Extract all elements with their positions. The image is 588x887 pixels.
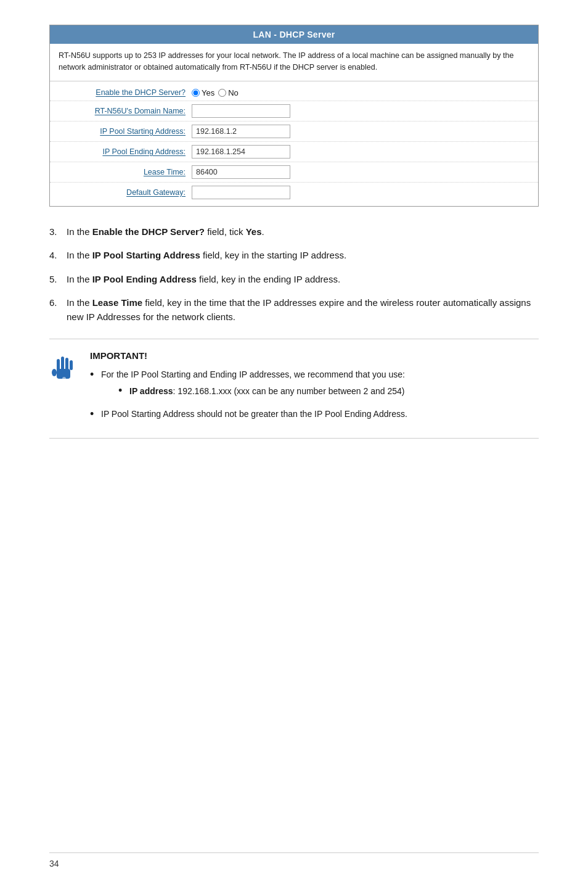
dhcp-value-ip-end bbox=[192, 145, 532, 159]
dhcp-value-domain bbox=[192, 104, 532, 118]
svg-rect-4 bbox=[70, 360, 73, 370]
svg-point-6 bbox=[62, 377, 66, 381]
radio-yes-text: Yes bbox=[202, 88, 214, 97]
radio-yes-label[interactable]: Yes bbox=[192, 88, 214, 97]
page-number: 34 bbox=[49, 859, 59, 868]
step-5-bold: IP Pool Ending Address bbox=[92, 274, 197, 284]
ip-pool-end-input[interactable] bbox=[192, 145, 290, 159]
dhcp-label-gateway: Default Gateway: bbox=[50, 188, 192, 197]
dhcp-row-ip-end: IP Pool Ending Address: bbox=[50, 142, 538, 162]
step-3-text: In the Enable the DHCP Server? field, ti… bbox=[67, 225, 539, 239]
dhcp-value-gateway bbox=[192, 186, 532, 199]
step-3-bold: Enable the DHCP Server? bbox=[92, 226, 205, 237]
svg-rect-3 bbox=[65, 358, 68, 370]
dhcp-value-enable: Yes No bbox=[192, 88, 532, 97]
radio-no-label[interactable]: No bbox=[218, 88, 239, 97]
dhcp-label-ip-start: IP Pool Starting Address: bbox=[50, 127, 192, 136]
step-4-number: 4. bbox=[49, 249, 67, 263]
sub-bullet-dot-1: • bbox=[118, 385, 129, 396]
sub-bullet-1: • IP address: 192.168.1.xxx (xxx can be … bbox=[118, 385, 405, 398]
dhcp-value-ip-start bbox=[192, 125, 532, 138]
step-5-number: 5. bbox=[49, 273, 67, 287]
dhcp-panel-header: LAN - DHCP Server bbox=[50, 25, 538, 44]
dhcp-value-lease bbox=[192, 165, 532, 179]
svg-rect-1 bbox=[57, 359, 60, 371]
bullet-1-text: For the IP Pool Starting and Ending IP a… bbox=[101, 368, 405, 402]
important-section: IMPORTANT! • For the IP Pool Starting an… bbox=[49, 339, 539, 439]
step-3: 3. In the Enable the DHCP Server? field,… bbox=[49, 225, 539, 239]
dhcp-form: Enable the DHCP Server? Yes No RT-N56U's… bbox=[50, 81, 538, 206]
step-6-bold: Lease Time bbox=[92, 297, 142, 308]
domain-name-input[interactable] bbox=[192, 104, 290, 118]
hand-icon bbox=[49, 352, 79, 384]
svg-rect-2 bbox=[61, 357, 64, 370]
step-3-number: 3. bbox=[49, 225, 67, 239]
steps-list: 3. In the Enable the DHCP Server? field,… bbox=[49, 225, 539, 324]
step-4-bold: IP Pool Starting Address bbox=[92, 250, 200, 260]
step-4: 4. In the IP Pool Starting Address field… bbox=[49, 249, 539, 263]
step-3-bold2: Yes bbox=[246, 226, 262, 237]
step-5: 5. In the IP Pool Ending Address field, … bbox=[49, 273, 539, 287]
step-6-text: In the Lease Time field, key in the time… bbox=[67, 296, 539, 324]
radio-yes[interactable] bbox=[192, 89, 200, 97]
important-bullets-list: • For the IP Pool Starting and Ending IP… bbox=[90, 368, 539, 421]
dhcp-server-panel: LAN - DHCP Server RT-N56U supports up to… bbox=[49, 25, 539, 207]
dhcp-label-ip-end: IP Pool Ending Address: bbox=[50, 147, 192, 156]
step-4-text: In the IP Pool Starting Address field, k… bbox=[67, 249, 539, 263]
dhcp-row-ip-start: IP Pool Starting Address: bbox=[50, 122, 538, 142]
dhcp-label-domain: RT-N56U's Domain Name: bbox=[50, 107, 192, 115]
important-bullet-2: • IP Pool Starting Address should not be… bbox=[90, 408, 539, 421]
bullet-dot-2: • bbox=[90, 408, 101, 419]
dhcp-description: RT-N56U supports up to 253 IP addresses … bbox=[50, 44, 538, 81]
sub-bullet-1-text: IP address: 192.168.1.xxx (xxx can be an… bbox=[129, 385, 404, 398]
dhcp-label-enable: Enable the DHCP Server? bbox=[50, 88, 192, 97]
bottom-divider bbox=[49, 852, 539, 853]
dhcp-label-lease: Lease Time: bbox=[50, 168, 192, 176]
dhcp-row-enable: Enable the DHCP Server? Yes No bbox=[50, 85, 538, 101]
dhcp-row-domain: RT-N56U's Domain Name: bbox=[50, 101, 538, 122]
bullet-dot-1: • bbox=[90, 369, 101, 380]
svg-point-5 bbox=[52, 369, 57, 376]
important-title: IMPORTANT! bbox=[90, 350, 539, 361]
bullet-2-text: IP Pool Starting Address should not be g… bbox=[101, 408, 407, 421]
radio-no-text: No bbox=[228, 88, 239, 97]
dhcp-radio-group: Yes No bbox=[192, 88, 532, 97]
ip-pool-start-input[interactable] bbox=[192, 125, 290, 138]
dhcp-row-gateway: Default Gateway: bbox=[50, 183, 538, 202]
default-gateway-input[interactable] bbox=[192, 186, 290, 199]
ip-address-bold: IP address bbox=[129, 386, 173, 396]
important-bullet-1: • For the IP Pool Starting and Ending IP… bbox=[90, 368, 539, 402]
step-6-number: 6. bbox=[49, 296, 67, 310]
step-6: 6. In the Lease Time field, key in the t… bbox=[49, 296, 539, 324]
dhcp-row-lease: Lease Time: bbox=[50, 162, 538, 183]
lease-time-input[interactable] bbox=[192, 165, 290, 179]
important-content: IMPORTANT! • For the IP Pool Starting an… bbox=[90, 350, 539, 427]
step-5-text: In the IP Pool Ending Address field, key… bbox=[67, 273, 539, 287]
radio-no[interactable] bbox=[218, 89, 226, 97]
